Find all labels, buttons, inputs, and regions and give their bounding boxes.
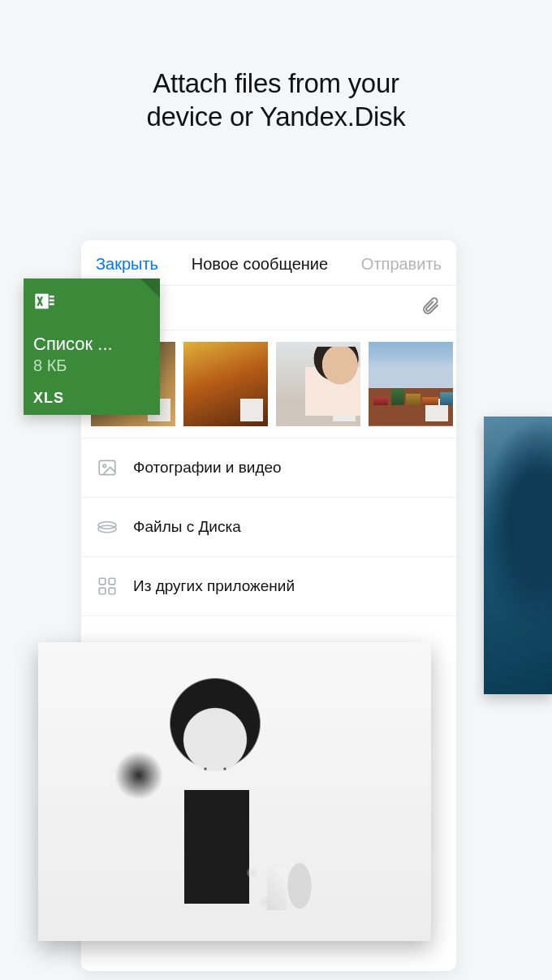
menu-label: Из других приложений [133,577,295,595]
menu-label: Файлы с Диска [133,518,241,536]
menu-other-apps[interactable]: Из других приложений [81,557,456,616]
paperclip-icon[interactable] [420,296,440,319]
svg-rect-7 [109,588,115,594]
file-extension: XLS [33,390,150,407]
promo-headline: Attach files from your device or Yandex.… [0,0,552,134]
svg-rect-5 [109,578,115,585]
thumbnail-4[interactable] [369,342,453,426]
svg-rect-6 [99,588,106,594]
select-box-icon[interactable] [425,399,448,421]
apps-grid-icon [96,575,119,598]
thumbnail-3[interactable] [276,342,360,426]
compose-title: Новое сообщение [192,255,328,274]
headline-line-2: device or Yandex.Disk [147,101,406,132]
thumbnail-2[interactable] [183,342,268,426]
svg-rect-4 [99,578,106,585]
menu-disk-files[interactable]: Файлы с Диска [81,498,456,557]
excel-icon [33,290,56,313]
menu-label: Фотографии и видео [133,459,282,477]
select-box-icon[interactable] [240,399,263,421]
file-name: Список ... [33,334,150,355]
decorative-photo-right [484,417,552,694]
xls-attachment-card[interactable]: Список ... 8 КБ XLS [24,278,160,415]
page-fold-icon [140,278,160,298]
svg-rect-8 [35,294,48,309]
file-size: 8 КБ [33,356,150,375]
decorative-photo-bottom [38,642,431,941]
svg-point-1 [103,464,106,467]
headline-line-1: Attach files from your [153,68,399,98]
send-button[interactable]: Отправить [361,255,442,274]
disk-icon [96,516,119,538]
menu-photos-video[interactable]: Фотографии и видео [81,438,456,498]
svg-rect-10 [50,300,54,302]
svg-rect-0 [99,460,115,474]
close-button[interactable]: Закрыть [96,255,158,274]
select-box-icon[interactable] [333,399,356,421]
image-icon [96,456,119,479]
svg-rect-9 [50,296,54,298]
svg-rect-11 [50,303,54,305]
